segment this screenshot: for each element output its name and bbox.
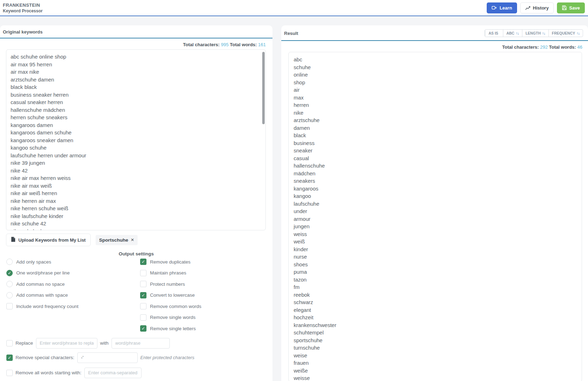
keyword-line: nike schuhe 42 <box>11 220 261 228</box>
checkbox-option[interactable]: Maintain phrases <box>140 270 272 276</box>
result-word: armour <box>294 215 577 223</box>
result-word: reebok <box>294 291 577 299</box>
checkbox-option[interactable]: Remove common words <box>140 303 272 309</box>
special-characters-checkbox[interactable] <box>6 355 13 361</box>
keyword-line: nike air weiß herren <box>11 189 261 197</box>
result-word: shop <box>294 79 577 86</box>
prefix-checkbox[interactable] <box>6 370 13 376</box>
result-word: puma <box>294 268 577 276</box>
result-word: elegant <box>294 306 577 314</box>
replace-checkbox[interactable] <box>6 340 13 346</box>
main-content: Original keywords Total characters: 995 … <box>0 16 588 381</box>
result-word: sneakers <box>294 177 577 185</box>
result-panel: Result AS IS ABC ↑↓ LENGTH ↑↓ FREQUENCY … <box>281 25 588 381</box>
right-panel-header: Result AS IS ABC ↑↓ LENGTH ↑↓ FREQUENCY … <box>281 25 588 41</box>
keyword-line: kangaroos damen <box>11 121 261 129</box>
sort-tabs: AS IS ABC ↑↓ LENGTH ↑↓ FREQUENCY ↑↓ <box>485 29 583 37</box>
keyword-line: abc schuhe online shop <box>11 53 261 61</box>
keyword-line: business sneaker herren <box>11 91 261 99</box>
keyword-line: casual sneaker herren <box>11 98 261 106</box>
top-actions: Learn History Save <box>487 2 585 13</box>
result-list[interactable]: abcschuheonlineshopairmaxherrennikearzts… <box>288 52 582 381</box>
save-button[interactable]: Save <box>557 2 585 13</box>
special-characters-input[interactable] <box>77 352 138 363</box>
sort-arrows-icon: ↑↓ <box>542 31 545 35</box>
keyword-line: air max nike <box>11 68 261 76</box>
radio-option[interactable]: Add commas with space <box>6 292 140 298</box>
learn-button[interactable]: Learn <box>487 2 517 13</box>
app-subtitle: Keyword Processor <box>3 8 43 13</box>
keyword-tag-sportschuhe: Sportschuhe ✕ <box>96 235 138 245</box>
keyword-line: black black <box>11 83 261 91</box>
keywords-textarea[interactable]: abc schuhe online shopair max 95 herrena… <box>6 49 266 230</box>
original-keywords-panel: Original keywords Total characters: 995 … <box>0 25 272 381</box>
keyword-line: air max 95 herren <box>11 61 261 68</box>
radio-indicator[interactable] <box>6 292 13 298</box>
replace-with-input[interactable] <box>112 338 170 349</box>
keyword-line: nike 39 jungen <box>11 159 261 167</box>
upload-keywords-button[interactable]: Upload Keywords from My List <box>6 234 91 246</box>
keyword-line: nike air max weiß <box>11 182 261 190</box>
checkbox-option[interactable]: Convert to lowercase <box>140 292 272 298</box>
checkbox-indicator[interactable] <box>140 314 146 321</box>
keyword-line: laufschuhe herren under armour <box>11 152 261 159</box>
left-total-characters: 995 <box>221 42 229 47</box>
checkbox-indicator[interactable] <box>140 303 146 309</box>
checkbox-option[interactable]: Remove single letters <box>140 325 272 332</box>
history-button[interactable]: History <box>520 2 554 13</box>
keyword-line: nike herren schuhe weiß <box>11 205 261 212</box>
result-word: schuhtempel <box>294 329 577 337</box>
result-word: sportschuhe <box>294 337 577 344</box>
replace-find-input[interactable] <box>36 338 97 349</box>
sort-tab[interactable]: ABC ↑↓ <box>503 30 522 37</box>
sort-tab[interactable]: LENGTH ↑↓ <box>522 30 548 37</box>
checkbox-indicator[interactable] <box>140 281 146 287</box>
checkbox-indicator[interactable] <box>6 303 13 309</box>
remove-tag-icon[interactable]: ✕ <box>131 237 134 242</box>
result-word: kangaroos <box>294 185 577 193</box>
checkbox-option[interactable]: Remove single words <box>140 314 272 321</box>
remove-prefix-row: Remove all words starting with: <box>6 368 272 378</box>
keyword-line: nike laufschuhe kinder <box>11 212 261 220</box>
result-word: air <box>294 86 577 94</box>
radio-indicator[interactable] <box>6 270 13 276</box>
output-settings-title: Output settings <box>0 251 272 256</box>
keyword-line: kangaroos damen schuhe <box>11 129 261 137</box>
result-word: weisse <box>294 374 577 381</box>
radio-option[interactable]: One word/phrase per line <box>6 270 140 276</box>
radio-option[interactable]: Add only spaces <box>6 259 140 265</box>
result-word: weiße <box>294 367 577 375</box>
result-word: mädchen <box>294 170 577 177</box>
result-word: fm <box>294 283 577 291</box>
sort-tab[interactable]: FREQUENCY ↑↓ <box>548 30 583 37</box>
sort-tab[interactable]: AS IS <box>485 30 503 37</box>
frequency-count-option[interactable]: Include word frequency count <box>6 303 140 309</box>
radio-indicator[interactable] <box>6 259 13 265</box>
checkbox-indicator[interactable] <box>140 270 146 276</box>
checkbox-indicator[interactable] <box>140 325 146 332</box>
result-word: kinder <box>294 246 577 253</box>
result-word: hochzeit <box>294 314 577 321</box>
keyword-line: kangoo schuhe <box>11 144 261 152</box>
keyword-line: herren schuhe sneakers <box>11 114 261 121</box>
radio-indicator[interactable] <box>6 281 13 287</box>
checkbox-option[interactable]: Remove duplicates <box>140 259 272 265</box>
left-totals: Total characters: 995 Total words: 161 <box>0 38 272 47</box>
prefix-input[interactable] <box>84 368 142 378</box>
checkbox-option[interactable]: Protect numbers <box>140 281 272 287</box>
result-word: herren <box>294 101 577 109</box>
checkbox-indicator[interactable] <box>140 259 146 265</box>
app-brand: FRANKENSTEIN Keyword Processor <box>3 2 43 13</box>
result-word: black <box>294 132 577 139</box>
settings-right-column: Remove duplicates Maintain phrases Prote… <box>140 259 272 337</box>
app-title: FRANKENSTEIN <box>3 2 43 8</box>
scrollbar-thumb[interactable] <box>262 52 265 124</box>
right-totals: Total characters: 292 Total words: 46 <box>281 41 588 50</box>
protected-characters-hint: Enter protected characters <box>140 355 194 360</box>
checkbox-indicator[interactable] <box>140 292 146 298</box>
result-word: damen <box>294 124 577 132</box>
result-panel-title: Result <box>284 31 298 36</box>
keyword-line: kangaroos sneaker damen <box>11 137 261 144</box>
result-word: schuhe <box>294 64 577 71</box>
radio-option[interactable]: Add commas no space <box>6 281 140 287</box>
